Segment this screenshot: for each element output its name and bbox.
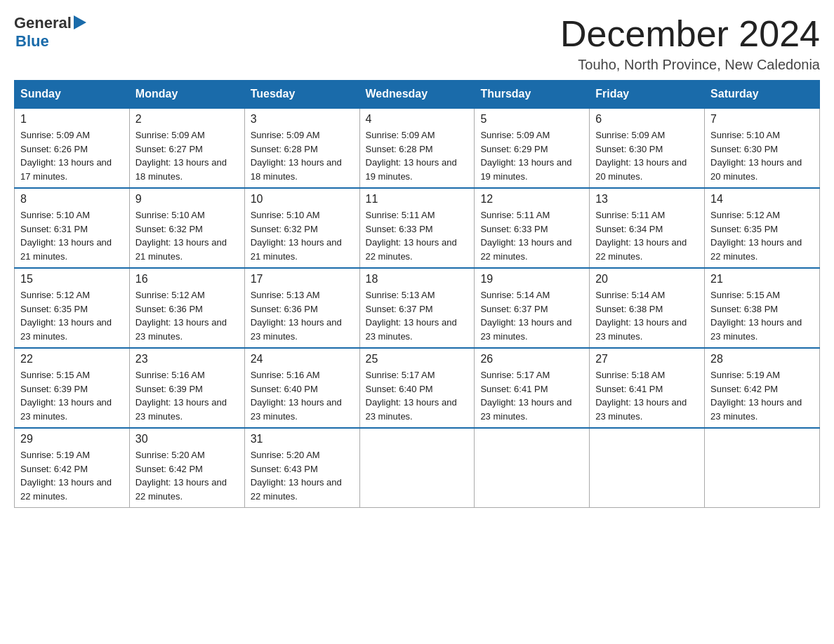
title-block: December 2024 Touho, North Province, New… bbox=[560, 14, 820, 73]
day-info: Sunrise: 5:13 AMSunset: 6:37 PMDaylight:… bbox=[366, 288, 469, 343]
logo-arrow-icon bbox=[74, 15, 86, 29]
day-number: 10 bbox=[251, 193, 354, 206]
day-info: Sunrise: 5:12 AMSunset: 6:35 PMDaylight:… bbox=[710, 208, 814, 263]
calendar-day-cell: 31 Sunrise: 5:20 AMSunset: 6:43 PMDaylig… bbox=[244, 428, 359, 508]
day-number: 18 bbox=[366, 273, 469, 286]
calendar-week-row: 1 Sunrise: 5:09 AMSunset: 6:26 PMDayligh… bbox=[15, 108, 820, 188]
calendar-table: Sunday Monday Tuesday Wednesday Thursday… bbox=[14, 80, 820, 508]
calendar-day-cell: 7 Sunrise: 5:10 AMSunset: 6:30 PMDayligh… bbox=[705, 108, 820, 188]
day-number: 8 bbox=[20, 193, 124, 206]
calendar-day-cell: 28 Sunrise: 5:19 AMSunset: 6:42 PMDaylig… bbox=[705, 348, 820, 428]
page-header: General Blue December 2024 Touho, North … bbox=[14, 14, 820, 73]
calendar-day-cell: 10 Sunrise: 5:10 AMSunset: 6:32 PMDaylig… bbox=[244, 188, 359, 268]
calendar-day-cell bbox=[359, 428, 475, 508]
day-number: 27 bbox=[595, 353, 699, 365]
day-number: 2 bbox=[135, 113, 239, 126]
calendar-day-cell: 25 Sunrise: 5:17 AMSunset: 6:40 PMDaylig… bbox=[359, 348, 475, 428]
calendar-day-cell bbox=[590, 428, 705, 508]
day-number: 31 bbox=[251, 433, 354, 445]
calendar-day-cell: 13 Sunrise: 5:11 AMSunset: 6:34 PMDaylig… bbox=[590, 188, 705, 268]
day-info: Sunrise: 5:09 AMSunset: 6:29 PMDaylight:… bbox=[480, 128, 583, 183]
calendar-day-cell: 15 Sunrise: 5:12 AMSunset: 6:35 PMDaylig… bbox=[15, 268, 130, 348]
calendar-day-cell: 16 Sunrise: 5:12 AMSunset: 6:36 PMDaylig… bbox=[129, 268, 244, 348]
location-title: Touho, North Province, New Caledonia bbox=[560, 57, 820, 73]
calendar-day-cell bbox=[475, 428, 590, 508]
day-number: 12 bbox=[480, 193, 583, 206]
logo: General Blue bbox=[14, 14, 86, 51]
day-info: Sunrise: 5:10 AMSunset: 6:30 PMDaylight:… bbox=[710, 128, 814, 183]
day-number: 24 bbox=[251, 353, 354, 365]
calendar-body: 1 Sunrise: 5:09 AMSunset: 6:26 PMDayligh… bbox=[15, 108, 820, 508]
calendar-week-row: 8 Sunrise: 5:10 AMSunset: 6:31 PMDayligh… bbox=[15, 188, 820, 268]
calendar-day-cell: 27 Sunrise: 5:18 AMSunset: 6:41 PMDaylig… bbox=[590, 348, 705, 428]
day-info: Sunrise: 5:17 AMSunset: 6:40 PMDaylight:… bbox=[366, 368, 469, 423]
calendar-day-cell: 19 Sunrise: 5:14 AMSunset: 6:37 PMDaylig… bbox=[475, 268, 590, 348]
day-info: Sunrise: 5:11 AMSunset: 6:33 PMDaylight:… bbox=[480, 208, 583, 263]
calendar-day-cell: 11 Sunrise: 5:11 AMSunset: 6:33 PMDaylig… bbox=[359, 188, 475, 268]
day-info: Sunrise: 5:16 AMSunset: 6:39 PMDaylight:… bbox=[135, 368, 239, 423]
col-friday: Friday bbox=[590, 81, 705, 109]
col-monday: Monday bbox=[129, 81, 244, 109]
calendar-day-cell: 12 Sunrise: 5:11 AMSunset: 6:33 PMDaylig… bbox=[475, 188, 590, 268]
calendar-week-row: 29 Sunrise: 5:19 AMSunset: 6:42 PMDaylig… bbox=[15, 428, 820, 508]
day-number: 21 bbox=[710, 273, 814, 286]
day-info: Sunrise: 5:10 AMSunset: 6:31 PMDaylight:… bbox=[20, 208, 124, 263]
day-number: 23 bbox=[135, 353, 239, 365]
day-number: 3 bbox=[251, 113, 354, 126]
calendar-day-cell: 14 Sunrise: 5:12 AMSunset: 6:35 PMDaylig… bbox=[705, 188, 820, 268]
day-number: 28 bbox=[710, 353, 814, 365]
calendar-day-cell: 24 Sunrise: 5:16 AMSunset: 6:40 PMDaylig… bbox=[244, 348, 359, 428]
day-info: Sunrise: 5:14 AMSunset: 6:38 PMDaylight:… bbox=[595, 288, 699, 343]
day-info: Sunrise: 5:11 AMSunset: 6:33 PMDaylight:… bbox=[366, 208, 469, 263]
day-number: 4 bbox=[366, 113, 469, 126]
col-thursday: Thursday bbox=[475, 81, 590, 109]
calendar-day-cell: 3 Sunrise: 5:09 AMSunset: 6:28 PMDayligh… bbox=[244, 108, 359, 188]
day-info: Sunrise: 5:09 AMSunset: 6:27 PMDaylight:… bbox=[135, 128, 239, 183]
calendar-day-cell: 22 Sunrise: 5:15 AMSunset: 6:39 PMDaylig… bbox=[15, 348, 130, 428]
day-number: 19 bbox=[480, 273, 583, 286]
day-number: 29 bbox=[20, 433, 124, 445]
calendar-day-cell: 18 Sunrise: 5:13 AMSunset: 6:37 PMDaylig… bbox=[359, 268, 475, 348]
calendar-day-cell: 4 Sunrise: 5:09 AMSunset: 6:28 PMDayligh… bbox=[359, 108, 475, 188]
day-number: 9 bbox=[135, 193, 239, 206]
day-info: Sunrise: 5:09 AMSunset: 6:30 PMDaylight:… bbox=[595, 128, 699, 183]
day-number: 11 bbox=[366, 193, 469, 206]
day-number: 30 bbox=[135, 433, 239, 445]
calendar-day-cell: 2 Sunrise: 5:09 AMSunset: 6:27 PMDayligh… bbox=[129, 108, 244, 188]
day-info: Sunrise: 5:09 AMSunset: 6:28 PMDaylight:… bbox=[366, 128, 469, 183]
day-info: Sunrise: 5:16 AMSunset: 6:40 PMDaylight:… bbox=[251, 368, 354, 423]
day-info: Sunrise: 5:20 AMSunset: 6:42 PMDaylight:… bbox=[135, 448, 239, 503]
month-title: December 2024 bbox=[560, 14, 820, 54]
day-number: 22 bbox=[20, 353, 124, 365]
day-info: Sunrise: 5:19 AMSunset: 6:42 PMDaylight:… bbox=[20, 448, 124, 503]
calendar-day-cell: 1 Sunrise: 5:09 AMSunset: 6:26 PMDayligh… bbox=[15, 108, 130, 188]
calendar-day-cell: 29 Sunrise: 5:19 AMSunset: 6:42 PMDaylig… bbox=[15, 428, 130, 508]
day-info: Sunrise: 5:10 AMSunset: 6:32 PMDaylight:… bbox=[251, 208, 354, 263]
day-number: 6 bbox=[595, 113, 699, 126]
calendar-day-cell: 6 Sunrise: 5:09 AMSunset: 6:30 PMDayligh… bbox=[590, 108, 705, 188]
col-wednesday: Wednesday bbox=[359, 81, 475, 109]
day-info: Sunrise: 5:13 AMSunset: 6:36 PMDaylight:… bbox=[251, 288, 354, 343]
calendar-week-row: 15 Sunrise: 5:12 AMSunset: 6:35 PMDaylig… bbox=[15, 268, 820, 348]
day-info: Sunrise: 5:14 AMSunset: 6:37 PMDaylight:… bbox=[480, 288, 583, 343]
day-number: 1 bbox=[20, 113, 124, 126]
day-info: Sunrise: 5:15 AMSunset: 6:38 PMDaylight:… bbox=[710, 288, 814, 343]
calendar-day-cell bbox=[705, 428, 820, 508]
calendar-day-cell: 5 Sunrise: 5:09 AMSunset: 6:29 PMDayligh… bbox=[475, 108, 590, 188]
col-sunday: Sunday bbox=[15, 81, 130, 109]
day-number: 20 bbox=[595, 273, 699, 286]
day-info: Sunrise: 5:09 AMSunset: 6:26 PMDaylight:… bbox=[20, 128, 124, 183]
day-number: 14 bbox=[710, 193, 814, 206]
day-number: 13 bbox=[595, 193, 699, 206]
day-info: Sunrise: 5:10 AMSunset: 6:32 PMDaylight:… bbox=[135, 208, 239, 263]
calendar-day-cell: 21 Sunrise: 5:15 AMSunset: 6:38 PMDaylig… bbox=[705, 268, 820, 348]
day-info: Sunrise: 5:12 AMSunset: 6:36 PMDaylight:… bbox=[135, 288, 239, 343]
col-saturday: Saturday bbox=[705, 81, 820, 109]
calendar-day-cell: 20 Sunrise: 5:14 AMSunset: 6:38 PMDaylig… bbox=[590, 268, 705, 348]
day-info: Sunrise: 5:19 AMSunset: 6:42 PMDaylight:… bbox=[710, 368, 814, 423]
calendar-day-cell: 26 Sunrise: 5:17 AMSunset: 6:41 PMDaylig… bbox=[475, 348, 590, 428]
day-info: Sunrise: 5:18 AMSunset: 6:41 PMDaylight:… bbox=[595, 368, 699, 423]
calendar-day-cell: 8 Sunrise: 5:10 AMSunset: 6:31 PMDayligh… bbox=[15, 188, 130, 268]
day-number: 5 bbox=[480, 113, 583, 126]
svg-marker-0 bbox=[74, 15, 86, 29]
